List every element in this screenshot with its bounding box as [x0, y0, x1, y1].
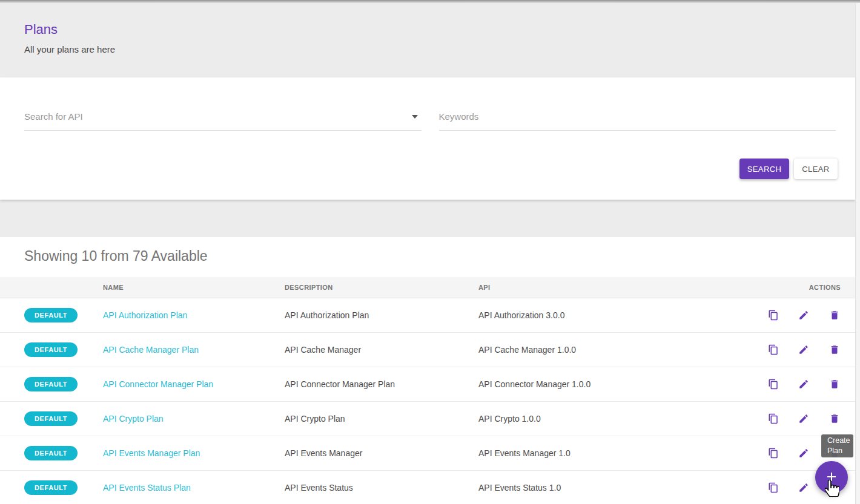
page-header: Plans All your plans are here: [0, 0, 855, 77]
results-section: Showing 10 from 79 Available NAME DESCRI…: [0, 237, 855, 504]
scrollbar[interactable]: [855, 0, 860, 504]
plan-name-link[interactable]: API Events Status Plan: [103, 483, 191, 493]
status-badge: DEFAULT: [24, 342, 78, 357]
plan-name-link[interactable]: API Authorization Plan: [103, 310, 187, 320]
plan-description: API Cache Manager: [285, 332, 478, 367]
plan-description: API Authorization Plan: [285, 298, 478, 332]
delete-icon[interactable]: [829, 344, 840, 355]
search-fields: [0, 77, 855, 131]
plan-api: API Events Status 1.0: [478, 470, 751, 504]
plan-description: API Events Manager: [285, 436, 478, 470]
create-plan-tooltip: Create Plan: [821, 434, 853, 457]
delete-icon[interactable]: [829, 379, 840, 390]
edit-icon[interactable]: [798, 379, 809, 390]
delete-icon[interactable]: [829, 310, 840, 321]
clear-button[interactable]: CLEAR: [794, 159, 838, 179]
copy-icon[interactable]: [768, 379, 779, 390]
page-subtitle: All your plans are here: [24, 44, 831, 54]
table-row: DEFAULT API Connector Manager Plan API C…: [0, 367, 855, 401]
plan-api: API Authorization 3.0.0: [478, 298, 751, 332]
copy-icon[interactable]: [768, 482, 779, 493]
section-divider: [0, 200, 855, 237]
plan-name-link[interactable]: API Crypto Plan: [103, 414, 164, 424]
copy-icon[interactable]: [768, 448, 779, 459]
table-row: DEFAULT API Cache Manager Plan API Cache…: [0, 332, 855, 367]
search-button[interactable]: SEARCH: [739, 159, 789, 179]
plan-name-link[interactable]: API Connector Manager Plan: [103, 379, 213, 389]
keywords-input[interactable]: [439, 108, 836, 131]
api-search-input[interactable]: [24, 108, 422, 131]
table-row: DEFAULT API Authorization Plan API Autho…: [0, 298, 855, 332]
plan-name-link[interactable]: API Cache Manager Plan: [103, 345, 199, 355]
search-card: SEARCH CLEAR: [0, 77, 855, 200]
plan-api: API Cache Manager 1.0.0: [478, 332, 751, 367]
status-badge: DEFAULT: [24, 446, 78, 460]
status-badge: DEFAULT: [24, 308, 78, 322]
delete-icon[interactable]: [829, 413, 840, 424]
plan-api: API Connector Manager 1.0.0: [478, 367, 751, 401]
edit-icon[interactable]: [798, 344, 809, 355]
plan-name-link[interactable]: API Events Manager Plan: [103, 448, 200, 458]
column-name: NAME: [103, 277, 285, 298]
page-title: Plans: [24, 22, 831, 38]
edit-icon[interactable]: [798, 448, 809, 459]
plans-page: Plans All your plans are here SEARCH CLE…: [0, 0, 855, 504]
column-badge: [0, 277, 103, 298]
edit-icon[interactable]: [798, 482, 809, 493]
api-select-field: [24, 108, 422, 131]
plan-api: API Crypto 1.0.0: [478, 401, 751, 436]
results-summary: Showing 10 from 79 Available: [0, 237, 855, 277]
status-badge: DEFAULT: [24, 411, 78, 426]
top-appbar-shadow: [0, 0, 860, 3]
plan-description: API Crypto Plan: [285, 401, 478, 436]
table-header: NAME DESCRIPTION API ACTIONS: [0, 277, 855, 298]
copy-icon[interactable]: [768, 413, 779, 424]
table-row: DEFAULT API Events Manager Plan API Even…: [0, 436, 855, 470]
hand-cursor-icon: [825, 480, 839, 499]
status-badge: DEFAULT: [24, 480, 78, 495]
column-api: API: [478, 277, 751, 298]
keywords-field: [439, 108, 836, 131]
column-description: DESCRIPTION: [285, 277, 478, 298]
edit-icon[interactable]: [798, 310, 809, 321]
plan-api: API Events Manager 1.0: [478, 436, 751, 470]
column-actions: ACTIONS: [751, 277, 855, 298]
plan-description: API Events Status: [285, 470, 478, 504]
search-actions: SEARCH CLEAR: [0, 131, 855, 179]
table-row: DEFAULT API Events Status Plan API Event…: [0, 470, 855, 504]
caret-down-icon[interactable]: [412, 115, 418, 119]
status-badge: DEFAULT: [24, 377, 78, 391]
plans-table: NAME DESCRIPTION API ACTIONS DEFAULT API…: [0, 277, 855, 504]
edit-icon[interactable]: [798, 413, 809, 424]
plan-description: API Connector Manager Plan: [285, 367, 478, 401]
table-row: DEFAULT API Crypto Plan API Crypto Plan …: [0, 401, 855, 436]
copy-icon[interactable]: [768, 344, 779, 355]
copy-icon[interactable]: [768, 310, 779, 321]
